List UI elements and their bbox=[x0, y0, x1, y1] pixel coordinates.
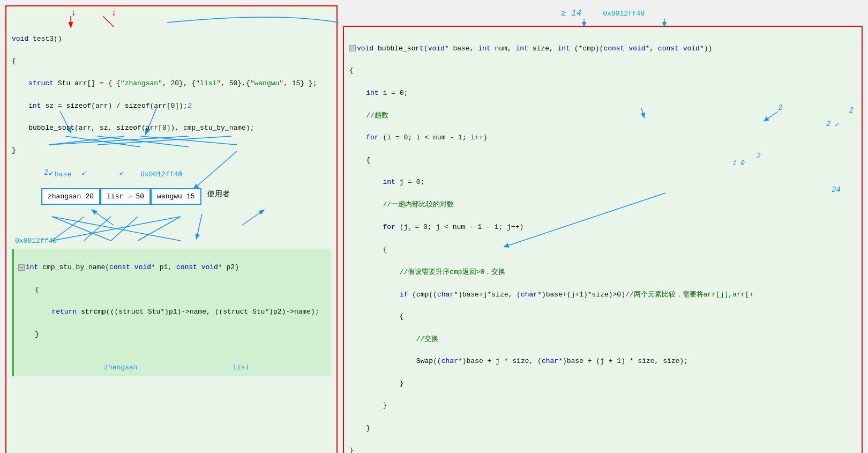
cell-name-0: zhangsan bbox=[48, 192, 81, 200]
lisi-label: lisi bbox=[233, 363, 249, 372]
zhangsan-label: zhangsan bbox=[104, 363, 137, 372]
base-label: base bbox=[55, 170, 71, 179]
array-cell-1: lisr ↗ 50 bbox=[100, 188, 151, 205]
address-right-label: 0x0012ff40 bbox=[603, 10, 645, 18]
arrow-num-3: ↙ bbox=[119, 168, 123, 177]
array-cell-2: wangwu 15 bbox=[151, 188, 201, 205]
right-top-annotations: ≥ 14 0x0012ff40 bbox=[343, 5, 863, 21]
left-top-code-block: void test3() { struct Stu arr[] = { {"zh… bbox=[12, 23, 331, 179]
user-label: 使用者 bbox=[207, 189, 230, 199]
arrow-num-4: ↓ bbox=[156, 168, 161, 176]
right-panel: ≥ 14 0x0012ff40 bbox=[343, 5, 863, 453]
cell-value-2: 15 bbox=[186, 192, 195, 200]
cmp-labels: zhangsan lisi bbox=[18, 362, 327, 374]
crossing-arrows bbox=[41, 211, 245, 243]
svg-line-16 bbox=[84, 217, 111, 241]
svg-line-14 bbox=[52, 217, 111, 241]
bubble-sort-collapse[interactable]: - bbox=[349, 45, 356, 51]
right-top-panel: 2 1 0 2 2 ↙ 24 bbox=[343, 26, 863, 453]
arrow-num-1: 2↙ bbox=[44, 168, 53, 177]
cmp-highlight-box: 0x0012ff40 -int cmp_stu_by_name(const vo… bbox=[12, 249, 331, 376]
address-cmp-label: 0x0012ff40 bbox=[15, 237, 57, 245]
bubble-sort-code: -void bubble_sort(void* base, int num, i… bbox=[349, 32, 856, 453]
cell-value-0: 20 bbox=[85, 192, 94, 200]
arrow-num-5: ↓ bbox=[178, 168, 182, 176]
cmp-code-block: -int cmp_stu_by_name(const void* p1, con… bbox=[18, 251, 327, 362]
loop-annotation-2: 2 bbox=[849, 106, 854, 115]
cell-value-1: 50 bbox=[136, 192, 144, 200]
svg-line-20 bbox=[197, 214, 202, 238]
left-panel: ↓ ↓ void test3() { struct Stu arr[] = { … bbox=[5, 5, 338, 453]
page-container: ↓ ↓ void test3() { struct Stu arr[] = { … bbox=[0, 0, 868, 453]
cell-name-1: lisr bbox=[107, 192, 123, 200]
cell-name-2: wangwu bbox=[157, 192, 182, 200]
main-layout: ↓ ↓ void test3() { struct Stu arr[] = { … bbox=[5, 5, 863, 453]
num-14-annotation: ≥ 14 bbox=[561, 9, 581, 18]
address-left-label: 0x0012ff40 bbox=[140, 170, 182, 179]
arrow-num-2: ↙ bbox=[81, 168, 86, 177]
collapse-icon[interactable]: - bbox=[18, 264, 25, 271]
left-top-code: ↓ ↓ void test3() { struct Stu arr[] = { … bbox=[12, 12, 331, 179]
array-cell-0: zhangsan 20 bbox=[41, 188, 100, 205]
array-visual: zhangsan 20 lisr ↗ 50 wangwu 15 使用者 bbox=[41, 188, 331, 243]
